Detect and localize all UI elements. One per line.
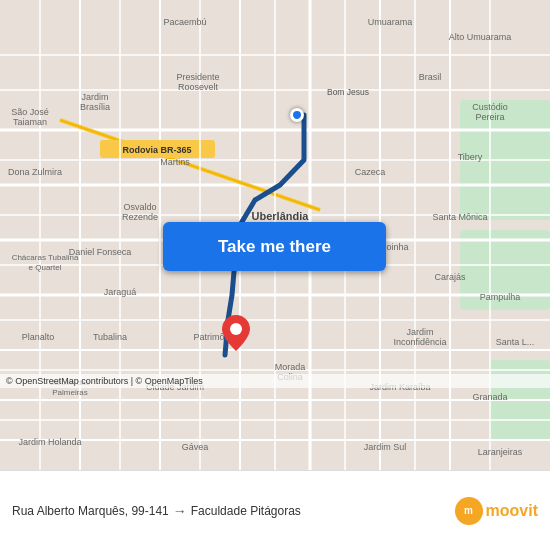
svg-text:Pereira: Pereira xyxy=(475,112,504,122)
svg-text:Carajás: Carajás xyxy=(434,272,466,282)
svg-text:Bom Jesus: Bom Jesus xyxy=(327,87,369,97)
svg-text:Roosevelt: Roosevelt xyxy=(178,82,219,92)
svg-text:Jardim: Jardim xyxy=(81,92,108,102)
svg-text:Planalto: Planalto xyxy=(22,332,55,342)
svg-text:Morada: Morada xyxy=(275,362,306,372)
copyright-text: © OpenStreetMap contributors | © OpenMap… xyxy=(6,376,203,386)
svg-text:São José: São José xyxy=(11,107,49,117)
svg-text:Chácaras Tubalina: Chácaras Tubalina xyxy=(12,253,79,262)
svg-text:Tibery: Tibery xyxy=(458,152,483,162)
svg-text:Jardim Holanda: Jardim Holanda xyxy=(18,437,81,447)
svg-text:Tubalina: Tubalina xyxy=(93,332,127,342)
svg-text:Pacaembú: Pacaembú xyxy=(163,17,206,27)
svg-text:Presidente: Presidente xyxy=(176,72,219,82)
svg-text:Alto Umuarama: Alto Umuarama xyxy=(449,32,512,42)
svg-text:e Quartel: e Quartel xyxy=(29,263,62,272)
svg-text:Uberlândia: Uberlândia xyxy=(252,210,310,222)
bottom-text: Rua Alberto Marquês, 99-141 → Faculdade … xyxy=(12,503,447,519)
svg-text:Granada: Granada xyxy=(472,392,507,402)
svg-text:Brasil: Brasil xyxy=(419,72,442,82)
svg-text:Jaraguá: Jaraguá xyxy=(104,287,137,297)
copyright-bar: © OpenStreetMap contributors | © OpenMap… xyxy=(0,374,550,388)
take-me-there-button[interactable]: Take me there xyxy=(163,222,386,271)
svg-text:Martins: Martins xyxy=(160,157,190,167)
origin-marker xyxy=(290,108,304,122)
bottom-bar: Rua Alberto Marquês, 99-141 → Faculdade … xyxy=(0,470,550,550)
svg-text:Palmeiras: Palmeiras xyxy=(52,388,88,397)
svg-text:Laranjeiras: Laranjeiras xyxy=(478,447,523,457)
svg-text:Dona Zulmira: Dona Zulmira xyxy=(8,167,62,177)
map-container: Rodovia BR-365 Pacaembú Umuarama Alto Um… xyxy=(0,0,550,470)
moovit-logo: m moovit xyxy=(455,497,538,525)
svg-text:Pampulha: Pampulha xyxy=(480,292,521,302)
svg-text:Osvaldo: Osvaldo xyxy=(123,202,156,212)
svg-point-81 xyxy=(230,323,242,335)
svg-text:Rodovia BR-365: Rodovia BR-365 xyxy=(122,145,191,155)
arrow-icon: → xyxy=(173,503,187,519)
svg-text:Santa Mônica: Santa Mônica xyxy=(432,212,487,222)
destination-label: Faculdade Pitágoras xyxy=(191,504,301,518)
svg-text:Inconfidência: Inconfidência xyxy=(393,337,446,347)
svg-text:Rezende: Rezende xyxy=(122,212,158,222)
svg-text:Santa L...: Santa L... xyxy=(496,337,535,347)
svg-text:Jardim Sul: Jardim Sul xyxy=(364,442,407,452)
svg-text:Cazeca: Cazeca xyxy=(355,167,386,177)
svg-text:Jardim: Jardim xyxy=(406,327,433,337)
svg-text:Brasília: Brasília xyxy=(80,102,110,112)
moovit-icon: m xyxy=(455,497,483,525)
svg-text:Custódio: Custódio xyxy=(472,102,508,112)
svg-text:Taiaman: Taiaman xyxy=(13,117,47,127)
origin-label: Rua Alberto Marquês, 99-141 xyxy=(12,504,169,518)
destination-pin xyxy=(222,315,250,351)
svg-text:Gávea: Gávea xyxy=(182,442,209,452)
moovit-text: moovit xyxy=(486,502,538,520)
svg-text:Umuarama: Umuarama xyxy=(368,17,413,27)
